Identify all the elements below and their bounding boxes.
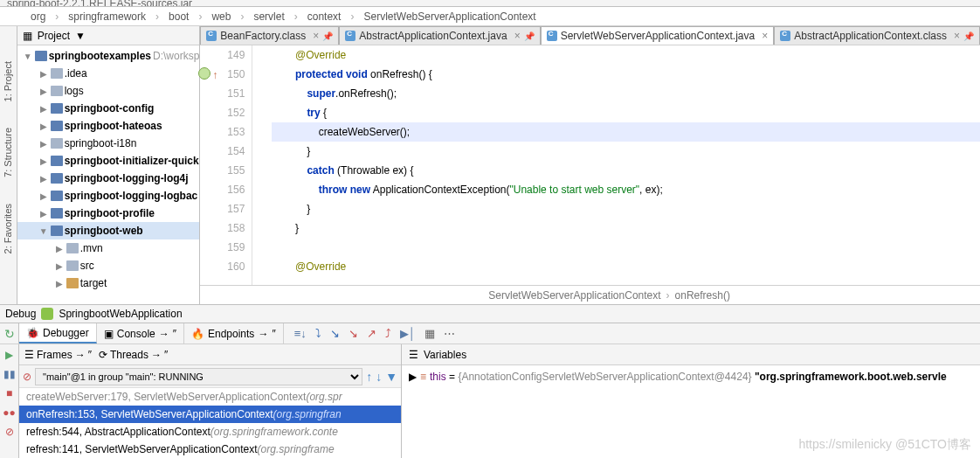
tree-row[interactable]: ▼springboot-web: [17, 222, 200, 239]
tree-row[interactable]: ▶springboot-profile: [17, 205, 200, 222]
breakpoints-button[interactable]: ●●: [3, 406, 17, 420]
arrow-icon[interactable]: ▼: [38, 226, 49, 236]
arrow-icon[interactable]: ▶: [38, 87, 49, 96]
tool-window-tab[interactable]: 7: Structure: [3, 128, 13, 177]
pin-icon[interactable]: 📌: [322, 31, 333, 41]
project-tree[interactable]: ▼springbootexamples D:\worksp▶.idea▶logs…: [17, 45, 200, 304]
code-line[interactable]: super.onRefresh();: [272, 84, 980, 103]
debugger-tab[interactable]: ▣Console →″: [97, 323, 184, 344]
line-number[interactable]: 153: [200, 122, 245, 142]
arrow-icon[interactable]: ▶: [54, 244, 65, 253]
arrow-icon[interactable]: ▶: [38, 209, 49, 219]
arrow-icon[interactable]: ▶: [38, 121, 49, 131]
pause-button[interactable]: ▮▮: [3, 367, 17, 381]
var-this[interactable]: this = {AnnotationConfigServletWebServer…: [430, 371, 947, 383]
code-line[interactable]: throw new ApplicationContextException("U…: [272, 180, 980, 199]
code-line[interactable]: }: [272, 199, 980, 219]
step-into-icon[interactable]: ↘: [330, 327, 340, 340]
line-number[interactable]: 157: [200, 199, 245, 219]
force-step-icon[interactable]: ↘: [349, 327, 358, 340]
arrow-icon[interactable]: ▶: [38, 191, 49, 201]
code[interactable]: @Override protected void onRefresh() { s…: [272, 45, 980, 285]
resume-button[interactable]: ▶: [3, 348, 17, 362]
arrow-icon[interactable]: ▶: [54, 279, 65, 288]
code-line[interactable]: catch (Throwable ex) {: [272, 161, 980, 180]
breadcrumb-item[interactable]: web: [205, 9, 237, 24]
frames-tab[interactable]: ☰ Frames →″: [24, 349, 92, 361]
code-line[interactable]: protected void onRefresh() {: [272, 65, 980, 84]
thread-select[interactable]: "main"@1 in group "main": RUNNING: [35, 368, 362, 385]
breadcrumb-item[interactable]: servlet: [247, 9, 290, 24]
line-number[interactable]: 151: [200, 84, 245, 103]
editor-tab[interactable]: AbstractApplicationContext.class×📌: [774, 26, 980, 45]
code-line[interactable]: [272, 238, 980, 257]
debugger-tab[interactable]: 🔥Endpoints →″: [184, 323, 284, 344]
mute-button[interactable]: ⊘: [3, 425, 17, 439]
stack-frame[interactable]: createWebServer:179, ServletWebServerApp…: [19, 388, 401, 406]
arrow-icon[interactable]: ▶: [38, 174, 49, 184]
line-number[interactable]: 149: [200, 45, 245, 65]
editor-body[interactable]: 149150151152153154155156157158159160 @Ov…: [200, 45, 980, 285]
close-icon[interactable]: ×: [954, 30, 960, 42]
show-exec-icon[interactable]: ≡↓: [294, 327, 307, 340]
line-number[interactable]: 150: [200, 65, 245, 84]
arrow-icon[interactable]: ▶: [38, 139, 49, 149]
editor-tab[interactable]: ServletWebServerApplicationContext.java×: [541, 26, 775, 45]
code-line[interactable]: @Override: [272, 257, 980, 276]
breadcrumb-item[interactable]: boot: [162, 9, 195, 24]
debug-tab[interactable]: Debug SpringbootWebApplication: [0, 304, 980, 323]
step-out-icon[interactable]: ↗: [367, 327, 376, 340]
threads-tab[interactable]: ⟳ Threads →″: [99, 349, 168, 361]
step-over-icon[interactable]: ⤵: [315, 327, 321, 340]
rerun-button[interactable]: ↻: [0, 323, 19, 344]
code-line[interactable]: }: [272, 142, 980, 161]
filter-icon[interactable]: ▼: [385, 370, 397, 384]
stack-frame[interactable]: refresh:544, AbstractApplicationContext …: [19, 423, 401, 441]
breadcrumb-item[interactable]: springframework: [62, 9, 152, 24]
run-config-name[interactable]: SpringbootWebApplication: [59, 308, 182, 320]
vars-body[interactable]: ▶ ≡ this = {AnnotationConfigServletWebSe…: [402, 365, 980, 458]
line-number[interactable]: 154: [200, 142, 245, 161]
close-icon[interactable]: ×: [762, 30, 768, 42]
close-icon[interactable]: ×: [313, 30, 319, 42]
close-icon[interactable]: ×: [514, 30, 521, 42]
pin-icon[interactable]: 📌: [524, 31, 535, 41]
arrow-icon[interactable]: ▼: [23, 52, 33, 61]
code-line[interactable]: }: [272, 219, 980, 238]
arrow-icon[interactable]: ▶: [38, 156, 49, 166]
project-header[interactable]: ▦ Project ▼: [17, 26, 200, 45]
tree-row[interactable]: ▶springboot-initializer-quick: [17, 152, 200, 170]
override-icon[interactable]: [198, 67, 210, 80]
arrow-icon[interactable]: ▶: [38, 104, 49, 114]
tool-window-tab[interactable]: 1: Project: [3, 61, 13, 101]
breadcrumb-item[interactable]: ServletWebServerApplicationContext: [357, 9, 542, 24]
code-line[interactable]: @Override: [272, 45, 980, 65]
stack-frame[interactable]: refresh:141, ServletWebServerApplication…: [19, 441, 401, 458]
code-line[interactable]: createWebServer();: [272, 122, 980, 142]
line-number[interactable]: 155: [200, 161, 245, 180]
tree-row[interactable]: ▶springboot-i18n: [17, 135, 200, 152]
next-frame-icon[interactable]: ↓: [376, 370, 382, 384]
line-number[interactable]: 156: [200, 180, 245, 199]
evaluate-icon[interactable]: ▦: [424, 327, 435, 340]
dropdown-icon[interactable]: ▼: [75, 30, 86, 42]
call-stack[interactable]: createWebServer:179, ServletWebServerApp…: [19, 388, 401, 458]
tree-row[interactable]: ▶.idea: [17, 65, 200, 82]
arrow-icon[interactable]: ▶: [54, 261, 65, 271]
code-line[interactable]: try {: [272, 103, 980, 122]
breadcrumb-item[interactable]: org: [24, 9, 52, 24]
tree-row[interactable]: ▶src: [17, 257, 200, 274]
expand-icon[interactable]: ▶: [409, 371, 417, 383]
tree-row[interactable]: ▶.mvn: [17, 239, 200, 257]
tree-row[interactable]: ▶target: [17, 274, 200, 292]
stack-frame[interactable]: onRefresh:153, ServletWebServerApplicati…: [19, 406, 401, 423]
crumb-method[interactable]: onRefresh(): [675, 289, 730, 302]
line-number[interactable]: 159: [200, 238, 245, 257]
line-number[interactable]: 158: [200, 219, 245, 238]
arrow-icon[interactable]: ▶: [38, 69, 49, 79]
tool-window-tab[interactable]: 2: Favorites: [3, 204, 13, 253]
tree-row[interactable]: ▼springbootexamples D:\worksp: [17, 47, 200, 65]
pin-icon[interactable]: 📌: [963, 31, 974, 41]
line-number[interactable]: 160: [200, 257, 245, 276]
breadcrumb-item[interactable]: context: [301, 9, 348, 24]
